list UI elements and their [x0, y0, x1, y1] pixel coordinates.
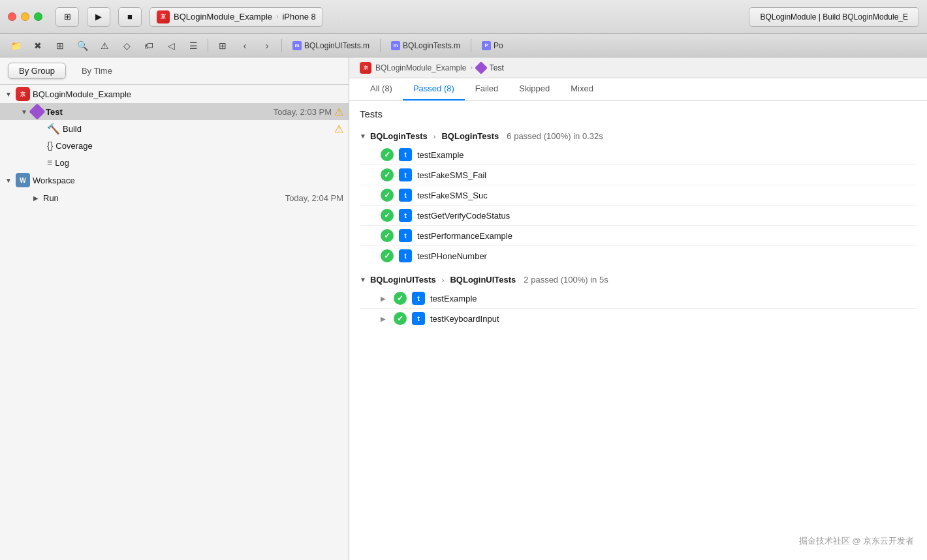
tab-po[interactable]: P Po — [475, 39, 510, 52]
tg-subname-bqlogintests: BQLoginTests — [441, 131, 499, 141]
scheme-text: BQLoginModule | Build BQLoginModule_E — [760, 12, 908, 22]
tab-po-label: Po — [494, 41, 503, 50]
bookmark-icon[interactable]: ◇ — [116, 37, 137, 55]
project-selector[interactable]: 京 BQLoginModule_Example › iPhone 8 — [149, 7, 323, 27]
test-name-8: testKeyboardInput — [430, 314, 499, 324]
test-name-7: testExample — [430, 294, 477, 303]
test-name-1: testExample — [417, 150, 464, 160]
tree-item-workspace[interactable]: W Workspace — [0, 171, 349, 189]
workspace-label: Workspace — [33, 176, 343, 185]
expand-icon-1[interactable]: ▶ — [381, 295, 386, 302]
list-view-icon[interactable]: ☰ — [183, 37, 204, 55]
grid-icon[interactable]: ⊞ — [212, 37, 233, 55]
stop-button[interactable]: ■ — [118, 7, 142, 27]
expand-icon-2[interactable]: ▶ — [381, 315, 386, 322]
test-row[interactable]: t testExample — [360, 145, 917, 165]
tab-all[interactable]: All (8) — [360, 78, 403, 101]
by-group-button[interactable]: By Group — [8, 63, 66, 79]
right-panel: 京 BQLoginModule_Example › Test All (8) P… — [349, 57, 927, 560]
tab-passed[interactable]: Passed (8) — [403, 78, 465, 101]
test-row[interactable]: t testPHoneNumber — [360, 246, 917, 266]
folder-icon[interactable]: 📁 — [5, 37, 26, 55]
device-name: iPhone 8 — [282, 12, 315, 22]
tree-item-log[interactable]: ≡ Log — [0, 154, 349, 171]
toolbar-separator3 — [380, 39, 381, 52]
tag-icon[interactable]: 🏷 — [138, 37, 159, 55]
pass-icon-6 — [381, 249, 394, 262]
test-name-3: testFakeSMS_Suc — [417, 191, 488, 200]
forward-icon[interactable]: › — [257, 37, 277, 55]
test-row[interactable]: t testFakeSMS_Suc — [360, 185, 917, 206]
tree-item-run[interactable]: ▶ Run Today, 2:04 PM — [0, 189, 349, 206]
tab-passed-label: Passed (8) — [413, 84, 454, 93]
back-icon[interactable]: ‹ — [234, 37, 255, 55]
test-row[interactable]: ▶ t testKeyboardInput — [360, 309, 917, 328]
bqloginmodule-label: BQLoginModule_Example — [33, 89, 343, 99]
tg-disclosure-bqlogintests[interactable]: ▼ — [360, 132, 366, 140]
maximize-button[interactable] — [34, 12, 42, 21]
run-label: Run — [43, 193, 280, 203]
tab-failed[interactable]: Failed — [465, 78, 509, 101]
sidebar-icon: ⊞ — [64, 12, 71, 22]
test-row[interactable]: ▶ t testExample — [360, 288, 917, 309]
source-icon[interactable]: ✖ — [27, 37, 48, 55]
warning-icon[interactable]: ⚠ — [94, 37, 115, 55]
traffic-lights — [8, 12, 42, 21]
test-name-5: testPerformanceExample — [417, 231, 512, 241]
disclosure-workspace[interactable] — [5, 177, 13, 184]
tag2-icon[interactable]: ◁ — [161, 37, 181, 55]
test-group-header-bqloginuitests[interactable]: ▼ BQLoginUITests › BQLoginUITests 2 pass… — [360, 271, 917, 288]
tests-header: Tests — [360, 108, 917, 119]
tree-item-bqloginmodule[interactable]: 京 BQLoginModule_Example — [0, 85, 349, 103]
test-rows-bqloginuitests: ▶ t testExample ▶ t testKeyboardInput — [360, 288, 917, 328]
tab-bqloginuitests-label: BQLoginUITests.m — [304, 41, 369, 50]
main-layout: By Group By Time 京 BQLoginModule_Example… — [0, 57, 927, 560]
tab-skipped[interactable]: Skipped — [509, 78, 560, 101]
sidebar-toggle-button[interactable]: ⊞ — [55, 7, 79, 27]
tab-mixed-label: Mixed — [571, 84, 593, 93]
breadcrumb-app-icon: 京 — [360, 62, 371, 74]
search-icon[interactable]: 🔍 — [72, 37, 93, 55]
stop-icon: ■ — [127, 12, 133, 22]
scheme-selector[interactable]: BQLoginModule | Build BQLoginModule_E — [749, 7, 919, 27]
project-icon: 京 — [157, 10, 170, 23]
tree-item-test[interactable]: Test Today, 2:03 PM ⚠ — [0, 103, 349, 120]
toolbar-separator — [208, 39, 208, 52]
play-button[interactable]: ▶ — [87, 7, 110, 27]
project-name: BQLoginModule_Example — [174, 12, 272, 22]
test-group-bqloginuitests: ▼ BQLoginUITests › BQLoginUITests 2 pass… — [360, 271, 917, 328]
tg-stats-bqlogintests: 6 passed (100%) in 0.32s — [507, 131, 603, 141]
play-small-icon: ▶ — [31, 194, 40, 202]
tree-item-coverage[interactable]: {} Coverage — [0, 137, 349, 154]
test-rows-bqlogintests: t testExample t testFakeSMS_Fail t testF… — [360, 145, 917, 266]
tg-subname-bqloginuitests: BQLoginUITests — [450, 275, 516, 285]
tg-arrow-2: › — [442, 276, 445, 284]
tab-bqlogintests[interactable]: m BQLoginTests.m — [385, 39, 467, 52]
minimize-button[interactable] — [21, 12, 29, 21]
pass-icon-8 — [394, 312, 407, 325]
test-row[interactable]: t testFakeSMS_Fail — [360, 165, 917, 185]
tg-disclosure-bqloginuitests[interactable]: ▼ — [360, 276, 366, 283]
build-warning-icon: ⚠ — [334, 123, 343, 135]
test-row[interactable]: t testPerformanceExample — [360, 226, 917, 246]
log-icon: ≡ — [47, 157, 52, 168]
test-time: Today, 2:03 PM — [274, 107, 332, 117]
breadcrumb-chevron-icon: › — [470, 64, 472, 71]
test-group-header-bqlogintests[interactable]: ▼ BQLoginTests › BQLoginTests 6 passed (… — [360, 127, 917, 145]
disclosure-bqloginmodule[interactable] — [5, 91, 13, 98]
tab-mixed[interactable]: Mixed — [560, 78, 604, 101]
hierarchy-icon[interactable]: ⊞ — [50, 37, 71, 55]
diamond-icon — [29, 103, 45, 119]
tab-bqloginuitests[interactable]: m BQLoginUITests.m — [286, 39, 376, 52]
close-button[interactable] — [8, 12, 16, 21]
tab-skipped-label: Skipped — [519, 84, 550, 93]
by-time-button[interactable]: By Time — [71, 63, 123, 78]
pass-icon-5 — [381, 229, 394, 242]
left-panel: By Group By Time 京 BQLoginModule_Example… — [0, 57, 349, 560]
class-icon-7: t — [412, 292, 425, 305]
disclosure-test[interactable] — [21, 108, 29, 116]
breadcrumb-diamond-icon — [475, 61, 488, 74]
test-row[interactable]: t testGetVerifyCodeStatus — [360, 206, 917, 226]
tree-item-build[interactable]: 🔨 Build ⚠ — [0, 120, 349, 137]
tab-all-label: All (8) — [370, 84, 392, 93]
